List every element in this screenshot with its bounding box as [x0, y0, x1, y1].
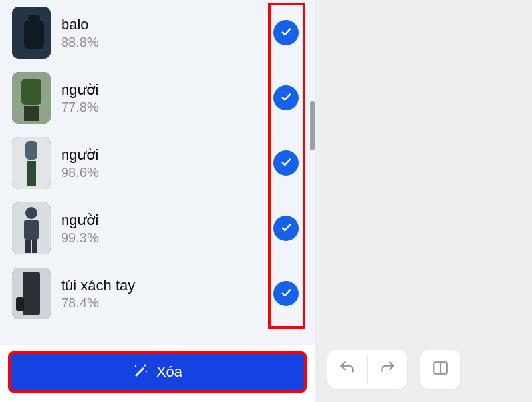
svg-point-17	[144, 365, 146, 367]
check-icon	[279, 90, 293, 106]
item-confidence: 98.6%	[61, 165, 263, 180]
redo-button[interactable]	[367, 355, 407, 384]
item-text: người 77.8%	[61, 81, 263, 115]
magic-wand-icon	[132, 362, 148, 382]
item-thumbnail	[12, 7, 51, 59]
svg-point-19	[146, 371, 147, 372]
check-icon	[279, 286, 293, 302]
svg-rect-16	[16, 297, 24, 311]
checkmark-toggle[interactable]	[273, 216, 299, 241]
svg-rect-2	[28, 15, 40, 21]
item-thumbnail	[12, 268, 51, 319]
checkmark-toggle[interactable]	[273, 150, 299, 176]
item-label: người	[61, 212, 263, 229]
item-text: người 98.6%	[61, 146, 263, 180]
checkmark-toggle[interactable]	[273, 85, 299, 110]
items-list: balo 88.8% người 77.8%	[0, 0, 315, 345]
svg-rect-12	[25, 240, 31, 253]
svg-rect-5	[24, 106, 39, 121]
right-toolbar	[327, 350, 460, 389]
undo-redo-group	[327, 350, 407, 389]
redo-icon	[379, 359, 396, 379]
svg-point-10	[25, 207, 37, 219]
item-confidence: 77.8%	[61, 100, 263, 115]
svg-rect-7	[25, 141, 37, 160]
delete-button-label: Xóa	[156, 363, 182, 381]
item-label: túi xách tay	[61, 277, 263, 294]
item-text: balo 88.8%	[61, 16, 263, 50]
checkmark-toggle[interactable]	[273, 20, 299, 45]
compare-icon	[432, 359, 449, 379]
list-item[interactable]: người 77.8%	[0, 65, 315, 130]
svg-rect-8	[27, 161, 36, 186]
svg-point-18	[135, 365, 136, 367]
item-text: túi xách tay 78.4%	[61, 277, 263, 311]
list-item[interactable]: người 99.3%	[0, 196, 315, 261]
item-thumbnail	[12, 202, 51, 254]
check-icon	[279, 155, 293, 171]
preview-panel	[315, 0, 532, 402]
compare-group	[420, 350, 460, 389]
checkmark-toggle[interactable]	[273, 281, 299, 306]
list-item[interactable]: túi xách tay 78.4%	[0, 261, 315, 326]
check-icon	[279, 220, 293, 236]
undo-icon	[338, 359, 356, 379]
scrollbar-thumb[interactable]	[310, 101, 315, 150]
detection-list-panel: balo 88.8% người 77.8%	[0, 0, 315, 402]
item-label: người	[61, 81, 263, 99]
list-item[interactable]: balo 88.8%	[0, 0, 315, 65]
svg-rect-4	[21, 79, 41, 105]
svg-rect-11	[24, 220, 39, 240]
item-label: balo	[61, 16, 263, 33]
item-label: người	[61, 146, 263, 164]
item-confidence: 78.4%	[61, 296, 263, 311]
svg-rect-15	[23, 272, 40, 315]
list-item[interactable]: người 98.6%	[0, 130, 315, 196]
compare-button[interactable]	[420, 355, 460, 384]
item-text: người 99.3%	[61, 212, 263, 246]
item-confidence: 88.8%	[61, 35, 263, 50]
item-thumbnail	[12, 137, 51, 189]
check-icon	[279, 25, 293, 41]
bottom-action-bar: Xóa	[0, 345, 315, 402]
item-confidence: 99.3%	[61, 230, 263, 246]
undo-button[interactable]	[327, 355, 367, 384]
delete-button[interactable]: Xóa	[8, 351, 307, 393]
item-thumbnail	[12, 72, 51, 124]
svg-rect-13	[32, 240, 37, 253]
svg-rect-1	[24, 20, 44, 49]
